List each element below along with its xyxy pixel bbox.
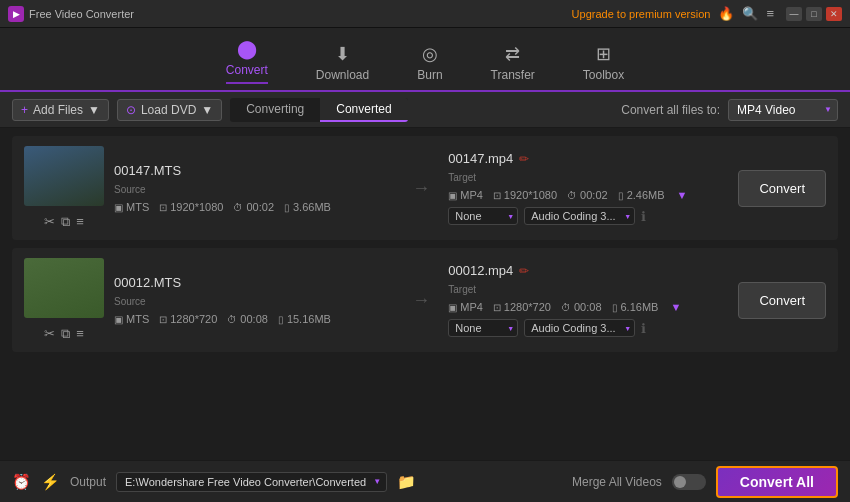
tab-converted[interactable]: Converted xyxy=(320,98,407,122)
app-logo: ▶ Free Video Converter xyxy=(8,6,134,22)
subtitle-wrap-2[interactable]: None xyxy=(448,319,518,337)
nav-item-transfer[interactable]: ⇄ Transfer xyxy=(491,43,535,90)
settings-icon-1[interactable]: ≡ xyxy=(76,214,84,230)
fire-icon: 🔥 xyxy=(718,6,734,21)
output-path-arrow: ▼ xyxy=(373,477,381,486)
source-dur-2: ⏱ 00:08 xyxy=(227,313,268,325)
load-dvd-button[interactable]: ⊙ Load DVD ▼ xyxy=(117,99,222,121)
output-label: Output xyxy=(70,475,106,489)
target-format-2: ▣ MP4 xyxy=(448,301,483,313)
toolbox-nav-icon: ⊞ xyxy=(596,43,611,65)
bolt-icon[interactable]: ⚡ xyxy=(41,473,60,491)
merge-toggle[interactable] xyxy=(672,474,706,490)
cut-icon-2[interactable]: ✂ xyxy=(44,326,55,342)
nav-label-toolbox: Toolbox xyxy=(583,68,624,82)
add-files-button[interactable]: + Add Files ▼ xyxy=(12,99,109,121)
clip-icon-2[interactable]: ⧉ xyxy=(61,326,70,342)
subtitle-select-2[interactable]: None xyxy=(448,319,518,337)
edit-icon-1[interactable]: ✏ xyxy=(519,152,529,166)
download-nav-icon: ⬇ xyxy=(335,43,350,65)
thumb-actions-1: ✂ ⧉ ≡ xyxy=(44,214,84,230)
file-details-2: 00012.MTS Source ▣ MTS ⊡ 1280*720 ⏱ 00:0… xyxy=(114,275,394,325)
target-dropdown-arrow-2[interactable]: ▼ xyxy=(670,301,681,313)
nav-item-convert[interactable]: ⬤ Convert xyxy=(226,38,268,90)
convert-nav-icon: ⬤ xyxy=(237,38,257,60)
convert-all-button[interactable]: Convert All xyxy=(716,466,838,498)
target-name-row-1: 00147.mp4 ✏ xyxy=(448,151,728,166)
thumbnail-2 xyxy=(24,258,104,318)
navbar: ⬤ Convert ⬇ Download ◎ Burn ⇄ Transfer ⊞… xyxy=(0,28,850,92)
target-label-2: Target xyxy=(448,284,728,295)
source-name-1: 00147.MTS xyxy=(114,163,394,178)
tformat-icon-2: ▣ xyxy=(448,302,457,313)
arrow-2: → xyxy=(404,290,438,311)
menu-icon[interactable]: ≡ xyxy=(766,6,774,21)
titlebar: ▶ Free Video Converter Upgrade to premiu… xyxy=(0,0,850,28)
info-icon-2[interactable]: ℹ xyxy=(641,321,646,336)
nav-item-burn[interactable]: ◎ Burn xyxy=(417,43,442,90)
format-icon-2: ▣ xyxy=(114,314,123,325)
cut-icon-1[interactable]: ✂ xyxy=(44,214,55,230)
nav-item-toolbox[interactable]: ⊞ Toolbox xyxy=(583,43,624,90)
audio-wrap-2[interactable]: Audio Coding 3... xyxy=(524,319,635,337)
titlebar-right: Upgrade to premium version 🔥 🔍 ≡ — □ ✕ xyxy=(572,6,842,21)
audio-select-2[interactable]: Audio Coding 3... xyxy=(524,319,635,337)
target-size-1: ▯ 2.46MB xyxy=(618,189,665,201)
output-path-wrap[interactable]: E:\Wondershare Free Video Converter\Conv… xyxy=(116,472,387,492)
toolbar: + Add Files ▼ ⊙ Load DVD ▼ Converting Co… xyxy=(0,92,850,128)
subtitle-select-1[interactable]: None xyxy=(448,207,518,225)
source-res-1: ⊡ 1920*1080 xyxy=(159,201,223,213)
tformat-icon-1: ▣ xyxy=(448,190,457,201)
clock-icon[interactable]: ⏰ xyxy=(12,473,31,491)
output-path: E:\Wondershare Free Video Converter\Conv… xyxy=(125,476,366,488)
folder-icon[interactable]: 📁 xyxy=(397,473,416,491)
target-name-row-2: 00012.mp4 ✏ xyxy=(448,263,728,278)
nav-underline xyxy=(226,82,268,84)
source-name-2: 00012.MTS xyxy=(114,275,394,290)
arrow-1: → xyxy=(404,178,438,199)
thumbnail-1 xyxy=(24,146,104,206)
nav-item-download[interactable]: ⬇ Download xyxy=(316,43,369,90)
tsize-icon-2: ▯ xyxy=(612,302,618,313)
target-options-1: None Audio Coding 3... ℹ xyxy=(448,207,728,225)
minimize-button[interactable]: — xyxy=(786,7,802,21)
convert-button-1[interactable]: Convert xyxy=(738,170,826,207)
convert-button-2[interactable]: Convert xyxy=(738,282,826,319)
close-button[interactable]: ✕ xyxy=(826,7,842,21)
app-title: Free Video Converter xyxy=(29,8,134,20)
info-icon-1[interactable]: ℹ xyxy=(641,209,646,224)
format-select-wrap[interactable]: MP4 Video xyxy=(728,99,838,121)
audio-select-1[interactable]: Audio Coding 3... xyxy=(524,207,635,225)
source-res-2: ⊡ 1280*720 xyxy=(159,313,217,325)
source-label-2: Source xyxy=(114,296,394,307)
nav-label-convert: Convert xyxy=(226,63,268,77)
target-dur-2: ⏱ 00:08 xyxy=(561,301,602,313)
clip-icon-1[interactable]: ⧉ xyxy=(61,214,70,230)
upgrade-link[interactable]: Upgrade to premium version xyxy=(572,8,711,20)
edit-icon-2[interactable]: ✏ xyxy=(519,264,529,278)
nav-label-transfer: Transfer xyxy=(491,68,535,82)
target-res-1: ⊡ 1920*1080 xyxy=(493,189,557,201)
source-size-1: ▯ 3.66MB xyxy=(284,201,331,213)
maximize-button[interactable]: □ xyxy=(806,7,822,21)
file-target-2: 00012.mp4 ✏ Target ▣ MP4 ⊡ 1280*720 ⏱ 00… xyxy=(448,263,728,337)
subtitle-wrap-1[interactable]: None xyxy=(448,207,518,225)
source-dur-1: ⏱ 00:02 xyxy=(233,201,274,213)
settings-icon-2[interactable]: ≡ xyxy=(76,326,84,342)
target-dropdown-arrow-1[interactable]: ▼ xyxy=(677,189,688,201)
format-select[interactable]: MP4 Video xyxy=(728,99,838,121)
dur-icon-2: ⏱ xyxy=(227,314,237,325)
search-icon[interactable]: 🔍 xyxy=(742,6,758,21)
convert-all-files-label: Convert all files to: xyxy=(621,103,720,117)
audio-wrap-1[interactable]: Audio Coding 3... xyxy=(524,207,635,225)
source-size-2: ▯ 15.16MB xyxy=(278,313,331,325)
add-files-arrow: ▼ xyxy=(88,103,100,117)
format-icon-1: ▣ xyxy=(114,202,123,213)
tab-converting[interactable]: Converting xyxy=(230,98,320,122)
toggle-knob xyxy=(674,476,686,488)
tdur-icon-1: ⏱ xyxy=(567,190,577,201)
dur-icon-1: ⏱ xyxy=(233,202,243,213)
target-res-2: ⊡ 1280*720 xyxy=(493,301,551,313)
file-list: ✂ ⧉ ≡ 00147.MTS Source ▣ MTS ⊡ 1920*1080… xyxy=(0,128,850,460)
bottombar: ⏰ ⚡ Output E:\Wondershare Free Video Con… xyxy=(0,460,850,502)
